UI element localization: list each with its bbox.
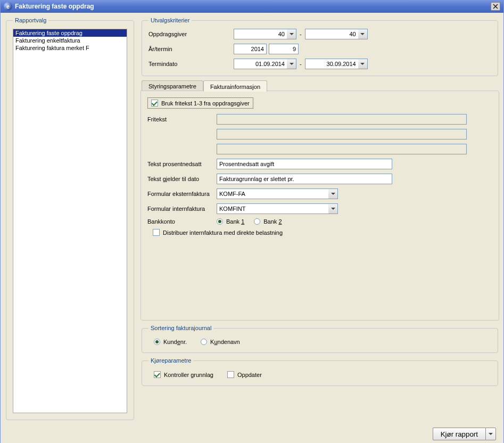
kundenavn-radio[interactable] [201, 339, 207, 345]
run-report-dropdown[interactable] [485, 428, 496, 440]
kundenr-radio[interactable] [154, 339, 160, 345]
use-fritekst-label: Bruk fritekst 1-3 fra oppdragsgiver [161, 100, 250, 106]
row-formular-intern: Formular internfaktura [147, 203, 492, 214]
formular-ekstern-dropdown[interactable] [328, 188, 338, 199]
oppdragsgiver-from-input[interactable] [234, 29, 287, 39]
row-termindato: Termindato - [148, 59, 491, 69]
report-item-merket-f[interactable]: Fakturering faktura merket F [13, 44, 127, 52]
row-formular-ekstern: Formular eksternfaktura [147, 188, 492, 199]
oppdragsgiver-from-dropdown[interactable] [287, 29, 296, 39]
distribuer-checkbox[interactable] [153, 229, 160, 236]
row-fritekst1: Fritekst [147, 114, 492, 125]
sortering-group: Sortering fakturajournal Kundenr. Kunden… [142, 325, 498, 353]
use-fritekst-checkbox[interactable] [151, 100, 158, 106]
report-choice-title: Rapportvalg [13, 17, 48, 23]
tab-styringsparametre[interactable]: Styringsparametre [142, 80, 203, 91]
oppdragsgiver-to-input[interactable] [305, 29, 358, 39]
chevron-down-icon [331, 208, 335, 210]
termindato-label: Termindato [148, 61, 234, 67]
row-tekst-prosent: Tekst prosentnedsatt [147, 159, 492, 169]
app-icon: e [4, 2, 12, 11]
date-from-input[interactable] [234, 59, 287, 69]
kundenavn-label: Kundenavn [210, 339, 240, 345]
row-oppdragsgiver: Oppdragsgiver - [148, 29, 491, 39]
oppdragsgiver-to-dropdown[interactable] [358, 29, 368, 39]
fritekst3-input[interactable] [217, 144, 467, 154]
chevron-down-icon [360, 63, 365, 65]
oppdragsgiver-to-combo[interactable] [305, 29, 368, 39]
oppdater-label: Oppdater [237, 372, 262, 378]
criteria-group: Utvalgskriterier Oppdragsgiver - År/term… [142, 17, 498, 76]
kjore-title: Kjøreparametre [148, 357, 193, 364]
report-item-faste-oppdrag[interactable]: Fakturering faste oppdrag [13, 29, 127, 37]
close-icon [493, 4, 498, 9]
use-fritekst-focus: Bruk fritekst 1-3 fra oppdragsgiver [147, 97, 253, 109]
date-from-dropdown[interactable] [287, 59, 296, 69]
row-kjore: Kontroller grunnlag Oppdater [154, 371, 491, 378]
bank1-label: Bank 1 [226, 218, 244, 225]
chevron-down-icon [360, 33, 365, 35]
run-report-split-button: Kjør rapport [433, 428, 496, 440]
bank2-radio[interactable] [254, 218, 260, 225]
right-pane: Utvalgskriterier Oppdragsgiver - År/term… [141, 17, 499, 420]
report-item-enkeltfaktura[interactable]: Fakturering enkeltfaktura [13, 37, 127, 44]
run-report-button[interactable]: Kjør rapport [433, 428, 485, 440]
chevron-down-icon [489, 433, 493, 435]
kontroller-label: Kontroller grunnlag [164, 372, 213, 378]
tekst-gjelder-label: Tekst gjelder til dato [147, 176, 217, 182]
fritekst-label: Fritekst [147, 116, 217, 122]
dash: - [296, 61, 305, 67]
formular-intern-label: Formular internfaktura [147, 206, 217, 212]
titlebar: e Fakturering faste oppdrag [1, 0, 503, 13]
close-button[interactable] [491, 2, 500, 11]
dash: - [296, 31, 305, 37]
row-fritekst2 [147, 129, 492, 140]
bankkonto-label: Bankkonto [147, 218, 217, 225]
date-to-combo[interactable] [305, 59, 368, 69]
row-fritekst3 [147, 144, 492, 154]
oppdater-checkbox[interactable] [227, 371, 234, 378]
tab-fakturainformasjon[interactable]: Fakturainformasjon [203, 80, 267, 92]
formular-ekstern-input[interactable] [217, 188, 328, 199]
formular-intern-combo[interactable] [217, 203, 338, 214]
oppdragsgiver-from-combo[interactable] [234, 29, 296, 39]
sortering-title: Sortering fakturajournal [148, 325, 213, 331]
client-area: Rapportvalg Fakturering faste oppdrag Fa… [1, 13, 503, 424]
tabs-container: Styringsparametre Fakturainformasjon Bru… [141, 80, 499, 321]
kontroller-checkbox[interactable] [154, 371, 161, 378]
formular-ekstern-combo[interactable] [217, 188, 338, 199]
tabstrip: Styringsparametre Fakturainformasjon [141, 80, 499, 91]
chevron-down-icon [290, 63, 294, 65]
bank1-radio[interactable] [217, 218, 223, 225]
fritekst1-input[interactable] [217, 114, 467, 125]
report-list[interactable]: Fakturering faste oppdrag Fakturering en… [13, 29, 127, 413]
tab-body-faktura: Bruk fritekst 1-3 fra oppdragsgiver Frit… [141, 91, 499, 321]
chevron-down-icon [290, 33, 294, 35]
fritekst2-input[interactable] [217, 129, 467, 140]
criteria-title: Utvalgskriterier [148, 17, 192, 23]
date-from-combo[interactable] [234, 59, 296, 69]
formular-intern-input[interactable] [217, 203, 328, 214]
tekst-prosent-input[interactable] [217, 159, 392, 169]
row-tekst-gjelder: Tekst gjelder til dato [147, 174, 492, 184]
report-choice-group: Rapportvalg Fakturering faste oppdrag Fa… [6, 17, 134, 420]
row-sortering: Kundenr. Kundenavn [154, 339, 491, 345]
term-input[interactable] [269, 44, 299, 54]
kjore-group: Kjøreparametre Kontroller grunnlag Oppda… [142, 357, 498, 386]
left-pane: Rapportvalg Fakturering faste oppdrag Fa… [5, 17, 135, 420]
row-ar-termin: År/termin [148, 44, 491, 54]
year-input[interactable] [234, 44, 267, 54]
main-window: e Fakturering faste oppdrag Rapportvalg … [0, 0, 504, 443]
bank2-label: Bank 2 [263, 218, 282, 225]
ar-termin-label: År/termin [148, 46, 234, 52]
formular-intern-dropdown[interactable] [328, 203, 338, 214]
chevron-down-icon [331, 193, 335, 195]
footer: Kjør rapport [1, 424, 503, 443]
date-to-input[interactable] [305, 59, 358, 69]
row-distribuer: Distribuer internfaktura med direkte bel… [153, 229, 492, 236]
window-title: Fakturering faste oppdrag [15, 3, 491, 10]
formular-ekstern-label: Formular eksternfaktura [147, 191, 217, 197]
tekst-gjelder-input[interactable] [217, 174, 392, 184]
date-to-dropdown[interactable] [358, 59, 368, 69]
row-use-fritekst: Bruk fritekst 1-3 fra oppdragsgiver [147, 97, 492, 109]
